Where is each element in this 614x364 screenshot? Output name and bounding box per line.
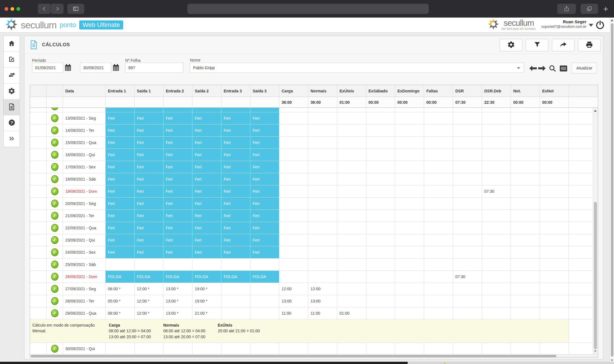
punch-cell[interactable]: Feri: [164, 234, 192, 246]
table-row[interactable]: ✓16/09/2021 - QuiFeriFeriFeriFeriFeriFer…: [30, 149, 598, 161]
punch-cell[interactable]: Feri: [106, 198, 135, 209]
punch-cell[interactable]: Feri: [106, 222, 135, 234]
punch-cell[interactable]: Feri: [192, 173, 221, 185]
sidebar-toggle-button[interactable]: [67, 4, 84, 14]
user-menu[interactable]: Ruan Seger suporte07@secullum.com.br: [539, 19, 586, 29]
punch-cell[interactable]: Feri: [164, 198, 192, 209]
sidebar-item-help[interactable]: ?: [4, 115, 20, 131]
punch-cell[interactable]: Feri: [135, 149, 164, 161]
table-row[interactable]: ✓23/09/2021 - QuiFeriFeriFeriFeriFeriFer…: [30, 234, 598, 246]
punch-cell[interactable]: 12:00 *: [135, 295, 164, 307]
punch-cell[interactable]: [192, 343, 221, 354]
punch-cell[interactable]: Feri: [135, 173, 164, 185]
punch-cell[interactable]: Feri: [250, 149, 279, 161]
punch-cell[interactable]: [135, 259, 164, 270]
punch-cell[interactable]: Feri: [135, 124, 164, 136]
punch-cell[interactable]: [250, 307, 279, 319]
punch-cell[interactable]: Feri: [250, 173, 279, 185]
punch-cell[interactable]: Feri: [135, 210, 164, 222]
tabs-overview-button[interactable]: [581, 4, 598, 14]
punch-cell[interactable]: Feri: [164, 137, 192, 149]
punch-cell[interactable]: Feri: [164, 112, 192, 124]
punch-cell[interactable]: Feri: [192, 222, 221, 234]
employee-list-button[interactable]: [559, 65, 567, 72]
punch-cell[interactable]: [164, 108, 192, 112]
punch-cell[interactable]: Feri: [221, 246, 250, 258]
punch-cell[interactable]: Feri: [106, 185, 135, 197]
punch-cell[interactable]: Feri: [221, 112, 250, 124]
punch-cell[interactable]: 05:00 *: [106, 295, 135, 307]
calendar-to-button[interactable]: [112, 64, 120, 71]
punch-cell[interactable]: Feri: [250, 210, 279, 222]
punch-cell[interactable]: [221, 259, 250, 270]
punch-cell[interactable]: Feri: [192, 149, 221, 161]
punch-cell[interactable]: Feri: [164, 185, 192, 197]
punch-cell[interactable]: [250, 259, 279, 270]
zoom-window-button[interactable]: [16, 7, 20, 11]
table-vertical-scrollbar[interactable]: [593, 108, 598, 354]
table-row[interactable]: ✓19/09/2021 - DomFeriFeriFeriFeriFeriFer…: [30, 185, 598, 198]
punch-cell[interactable]: Feri: [192, 124, 221, 136]
punch-cell[interactable]: 19:00 *: [192, 295, 221, 307]
punch-cell[interactable]: Feri: [221, 198, 250, 209]
search-employee-button[interactable]: [549, 65, 556, 72]
export-button[interactable]: [552, 39, 575, 51]
punch-cell[interactable]: 13:00 *: [164, 283, 192, 295]
punch-cell[interactable]: Feri: [250, 222, 279, 234]
punch-cell[interactable]: 13:00 *: [164, 295, 192, 307]
punch-cell[interactable]: [164, 259, 192, 270]
punch-cell[interactable]: [135, 108, 164, 112]
page-scrollbar[interactable]: [610, 18, 614, 364]
calendar-from-button[interactable]: [64, 64, 72, 71]
punch-cell[interactable]: [106, 343, 135, 354]
punch-cell[interactable]: Feri: [221, 124, 250, 136]
sidebar-item-settings[interactable]: [4, 84, 20, 100]
punch-cell[interactable]: [221, 283, 250, 295]
punch-cell[interactable]: 21:00 *: [192, 307, 221, 319]
punch-cell[interactable]: [164, 343, 192, 354]
punch-cell[interactable]: 08:00 *: [106, 307, 135, 319]
scroll-up-arrow[interactable]: [611, 19, 613, 21]
sidebar-item-edit[interactable]: [4, 52, 20, 68]
punch-cell[interactable]: [221, 343, 250, 354]
share-button[interactable]: [557, 4, 576, 14]
punch-cell[interactable]: Feri: [250, 161, 279, 173]
table-row[interactable]: ✓27/09/2021 - Seg06:00 *12:00 *13:00 *19…: [30, 283, 598, 295]
punch-cell[interactable]: 19:00 *: [192, 283, 221, 295]
sidebar-item-home[interactable]: [4, 36, 20, 52]
punch-cell[interactable]: Feri: [192, 112, 221, 124]
table-row[interactable]: ✓28/09/2021 - Ter05:00 *12:00 *13:00 *19…: [30, 295, 598, 307]
punch-cell[interactable]: Feri: [192, 246, 221, 258]
punch-cell[interactable]: 12:00 *: [135, 283, 164, 295]
table-row[interactable]: ✓14/09/2021 - TerFeriFeriFeriFeriFeriFer…: [30, 124, 598, 137]
table-horizontal-scrollbar[interactable]: [30, 354, 598, 357]
punch-cell[interactable]: [106, 259, 135, 270]
punch-cell[interactable]: Feri: [192, 185, 221, 197]
punch-cell[interactable]: Feri: [164, 161, 192, 173]
table-row-partial[interactable]: ✓: [30, 108, 598, 112]
date-to-input[interactable]: 30/09/2021: [80, 63, 111, 73]
sidebar-item-collapse[interactable]: [4, 131, 20, 147]
table-row[interactable]: ✓17/09/2021 - SexFeriFeriFeriFeriFeriFer…: [30, 161, 598, 173]
punch-cell[interactable]: Feri: [106, 246, 135, 258]
table-row[interactable]: ✓30/09/2021 - Qui: [30, 343, 598, 354]
punch-cell[interactable]: Feri: [250, 198, 279, 209]
punch-cell[interactable]: Feri: [106, 173, 135, 185]
punch-cell[interactable]: [250, 295, 279, 307]
punch-cell[interactable]: Feri: [250, 137, 279, 149]
punch-cell[interactable]: Feri: [221, 222, 250, 234]
nome-select[interactable]: Pablo Gripp: [190, 63, 524, 73]
scroll-down-arrow[interactable]: [594, 350, 597, 352]
punch-cell[interactable]: Feri: [135, 185, 164, 197]
table-row[interactable]: ✓15/09/2021 - QuaFeriFeriFeriFeriFeriFer…: [30, 137, 598, 149]
settings-button[interactable]: [500, 39, 522, 51]
punch-cell[interactable]: Feri: [106, 124, 135, 136]
punch-cell[interactable]: [106, 108, 135, 112]
url-bar[interactable]: [187, 4, 429, 14]
close-window-button[interactable]: [5, 7, 8, 11]
print-button[interactable]: [578, 39, 601, 51]
punch-cell[interactable]: Feri: [250, 234, 279, 246]
punch-cell[interactable]: [250, 108, 279, 112]
punch-cell[interactable]: Feri: [106, 112, 135, 124]
punch-cell[interactable]: 12:00 *: [135, 307, 164, 319]
